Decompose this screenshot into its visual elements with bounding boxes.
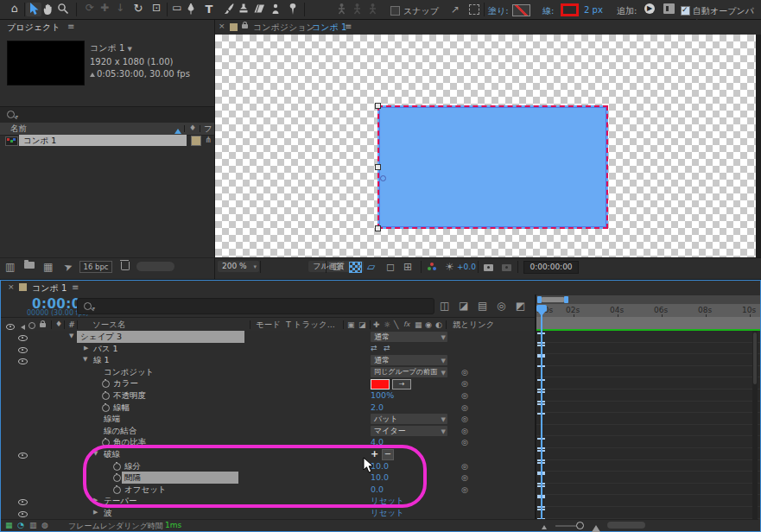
pick-whip-icon[interactable]: ◎ bbox=[461, 462, 468, 471]
project-item-name[interactable]: コンポ 1 bbox=[19, 135, 187, 146]
blend-mode-dropdown[interactable]: 通常▼ bbox=[371, 355, 447, 365]
label-column-icon[interactable]: ♦ bbox=[189, 124, 196, 132]
expand-switches-icon[interactable]: ▥ bbox=[29, 522, 37, 529]
clone-stamp-tool[interactable] bbox=[236, 3, 251, 16]
property-name[interactable]: 線の結合 bbox=[104, 425, 136, 437]
hand-tool[interactable] bbox=[41, 3, 56, 16]
visibility-eye[interactable] bbox=[18, 510, 28, 519]
frame-blend-icon[interactable]: ◎ bbox=[497, 301, 505, 311]
property-name[interactable]: 線端 bbox=[104, 413, 120, 425]
stopwatch-icon[interactable] bbox=[113, 463, 121, 472]
project-settings-icon[interactable]: ➤ bbox=[62, 261, 74, 274]
snap-checkbox[interactable] bbox=[390, 5, 400, 16]
pan-behind-tool[interactable]: ⊡ bbox=[149, 3, 164, 16]
exposure-value[interactable]: +0.0 bbox=[457, 263, 476, 271]
stopwatch-icon[interactable] bbox=[102, 380, 110, 390]
visibility-eye[interactable] bbox=[18, 345, 28, 355]
close-tab-icon[interactable]: × bbox=[219, 22, 225, 30]
twirl-closed-icon[interactable]: ▶ bbox=[93, 507, 98, 519]
stroke-color-value-swatch[interactable] bbox=[371, 379, 390, 390]
pen-tool[interactable] bbox=[183, 3, 199, 16]
viewer-tab-comp[interactable]: コンポ 1 bbox=[312, 22, 346, 34]
timeline-zoom-knob[interactable] bbox=[576, 522, 584, 529]
zoom-tool[interactable] bbox=[55, 3, 71, 16]
property-group-name[interactable]: 波 bbox=[104, 507, 112, 519]
pick-whip-icon[interactable]: ◎ bbox=[461, 438, 468, 446]
zoom-in-mountain-icon[interactable] bbox=[592, 521, 600, 532]
property-value[interactable]: 100% bbox=[371, 390, 394, 402]
stopwatch-icon[interactable] bbox=[102, 439, 110, 448]
playhead-line[interactable] bbox=[541, 305, 542, 519]
panel-toggle-icon[interactable] bbox=[663, 3, 675, 14]
puppet-pin-tool[interactable] bbox=[285, 3, 301, 16]
reset-button[interactable]: リセット bbox=[371, 507, 404, 519]
project-search-field[interactable]: ▾ bbox=[0, 106, 214, 124]
path-direction-icon[interactable]: ⇄ bbox=[371, 344, 377, 352]
remove-dash-button[interactable]: − bbox=[382, 449, 394, 460]
interpret-footage-icon[interactable]: ▥ bbox=[5, 262, 15, 272]
snapshot-camera-icon[interactable] bbox=[484, 263, 493, 273]
render-toggle-icon[interactable]: ▦ bbox=[5, 522, 13, 529]
auto-open-checkbox[interactable] bbox=[681, 5, 690, 16]
column-parent-link[interactable]: 親とリンク bbox=[453, 318, 494, 331]
label-color-swatch[interactable] bbox=[191, 136, 201, 146]
project-item-row[interactable]: コンポ 1 ⋔ bbox=[0, 135, 214, 147]
stroke-width-value[interactable]: 2 px bbox=[584, 5, 603, 15]
panes-divider[interactable] bbox=[535, 294, 536, 519]
pick-whip-icon[interactable]: ◎ bbox=[461, 379, 468, 388]
group-name[interactable]: シェイプ 3 bbox=[77, 331, 244, 343]
viewer-menu-icon[interactable]: ≡ bbox=[345, 22, 352, 31]
pick-whip-icon[interactable]: ◎ bbox=[461, 415, 468, 423]
guides-icon[interactable]: ⊞ bbox=[403, 262, 412, 272]
zoom-out-mountain-icon[interactable] bbox=[542, 522, 547, 529]
twirl-open-icon[interactable]: ▼ bbox=[93, 448, 98, 460]
fill-color-swatch[interactable] bbox=[512, 4, 530, 16]
playhead-head[interactable] bbox=[536, 305, 547, 312]
stopwatch-icon[interactable] bbox=[113, 474, 121, 484]
pick-whip-icon[interactable]: ◎ bbox=[461, 473, 468, 482]
roto-brush-tool[interactable] bbox=[268, 3, 283, 16]
timeline-scrollbar[interactable] bbox=[752, 331, 758, 519]
property-name[interactable]: 間隔 bbox=[122, 472, 238, 484]
blend-mode-dropdown[interactable]: 通常▼ bbox=[371, 332, 447, 342]
composition-canvas[interactable] bbox=[215, 35, 756, 257]
pick-whip-icon[interactable]: ◎ bbox=[461, 368, 468, 377]
timeline-tab-name[interactable]: コンポ 1 bbox=[32, 282, 67, 294]
region-icon[interactable] bbox=[469, 4, 479, 15]
new-composition-icon[interactable]: ▦ bbox=[43, 262, 53, 272]
property-group-name[interactable]: パス 1 bbox=[93, 343, 118, 355]
composite-dropdown[interactable]: 同じグループの前面▼ bbox=[371, 367, 447, 377]
column-trkmat[interactable]: T トラック... bbox=[286, 318, 335, 331]
lock-icon[interactable] bbox=[242, 21, 248, 30]
property-value[interactable]: 4.0 bbox=[371, 436, 384, 448]
trash-icon[interactable] bbox=[121, 258, 130, 272]
property-group-name[interactable]: 破線 bbox=[104, 448, 120, 460]
property-name[interactable]: コンポジット bbox=[104, 366, 154, 378]
tab-project[interactable]: プロジェクト bbox=[7, 22, 60, 34]
property-value[interactable]: 0.0 bbox=[371, 484, 384, 496]
orbit-camera-tool[interactable]: ⟳ bbox=[82, 3, 98, 16]
close-tab-icon[interactable]: × bbox=[8, 283, 15, 291]
vertex-handle-bottom-left[interactable] bbox=[375, 225, 381, 231]
stopwatch-icon[interactable] bbox=[113, 486, 121, 496]
brush-tool[interactable] bbox=[220, 3, 236, 16]
show-snapshot-icon[interactable] bbox=[502, 263, 511, 273]
property-value[interactable]: 2.0 bbox=[371, 402, 384, 414]
expand-inout-icon[interactable]: ◍ bbox=[41, 522, 48, 529]
line-cap-dropdown[interactable]: バット▼ bbox=[371, 414, 447, 424]
pan-camera-tool[interactable]: ✚ bbox=[97, 3, 112, 16]
twirl-closed-icon[interactable]: ▶ bbox=[93, 495, 98, 507]
stopwatch-icon[interactable] bbox=[102, 392, 110, 402]
column-number[interactable]: # bbox=[68, 318, 75, 331]
region-of-interest-icon[interactable]: ◻ bbox=[386, 262, 395, 272]
graph-editor-icon[interactable]: ◩ bbox=[516, 301, 525, 311]
path-direction-icon-2[interactable]: ⇄ bbox=[384, 344, 390, 352]
exposure-icon[interactable]: ☀ bbox=[445, 262, 454, 272]
visibility-eye[interactable] bbox=[18, 497, 28, 507]
property-name[interactable]: 線幅 bbox=[113, 402, 130, 414]
zoom-level-dropdown[interactable]: 200 %▾ bbox=[218, 261, 259, 272]
property-group-name[interactable]: 線 1 bbox=[93, 354, 110, 366]
timeline-search-field[interactable]: ▾ bbox=[77, 298, 434, 314]
transparency-grid-icon[interactable] bbox=[349, 262, 362, 273]
mask-visibility-icon[interactable]: ▱ bbox=[367, 262, 375, 272]
